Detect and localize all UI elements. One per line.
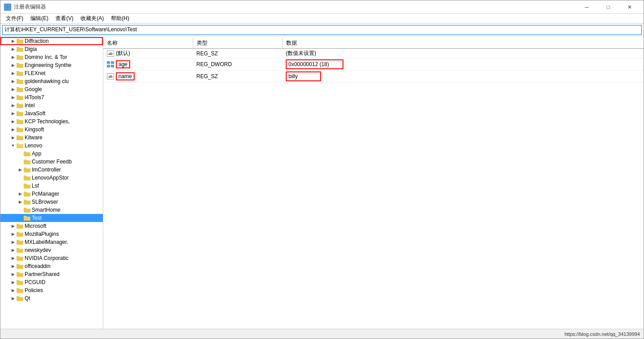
svg-rect-38 <box>24 176 30 180</box>
address-input[interactable] <box>2 25 642 35</box>
menu-favorites[interactable]: 收藏夹(A) <box>77 14 107 23</box>
tree-toggle-imcontroller[interactable]: ▶ <box>17 166 24 173</box>
tree-toggle-customerfeed[interactable] <box>17 158 24 165</box>
tree-item-pcguid[interactable]: ▶ PCGUID <box>0 278 103 286</box>
svg-rect-2 <box>5 8 7 10</box>
tree-label-officeaddin: officeaddin <box>24 263 51 269</box>
table-row-name[interactable]: ab name REG_SZ billy <box>103 71 644 83</box>
tree-toggle-google[interactable]: ▶ <box>9 86 17 93</box>
tree-toggle-pcguid[interactable]: ▶ <box>9 279 17 286</box>
tree-panel[interactable]: ▶ Diffraction ▶ Digia ▶ <box>0 36 103 329</box>
tree-toggle-mxlabelmanager[interactable]: ▶ <box>9 239 17 246</box>
svg-rect-13 <box>17 71 19 72</box>
registry-editor-window: 注册表编辑器 ─ □ ✕ 文件(F) 编辑(E) 查看(V) 收藏夹(A) 帮助… <box>0 0 644 339</box>
tree-item-flexnet[interactable]: ▶ FLEXnet <box>0 69 103 77</box>
svg-rect-11 <box>17 63 19 64</box>
tree-toggle-newskydev[interactable]: ▶ <box>9 247 17 254</box>
tree-toggle-officeaddin[interactable]: ▶ <box>9 263 17 270</box>
tree-toggle-lenovo[interactable]: ▼ <box>9 142 17 149</box>
folder-icon-microsoft <box>17 223 24 229</box>
col-header-name[interactable]: 名称 <box>103 38 193 49</box>
tree-item-kcp[interactable]: ▶ KCP Technologies, <box>0 117 103 126</box>
tree-item-microsoft[interactable]: ▶ Microsoft <box>0 222 103 230</box>
tree-toggle-flexnet[interactable]: ▶ <box>9 70 17 77</box>
tree-toggle-goldenhawking[interactable]: ▶ <box>9 78 17 85</box>
tree-toggle-policies[interactable]: ▶ <box>9 287 17 294</box>
folder-icon-partnershared <box>17 271 24 277</box>
tree-toggle-partnershared[interactable]: ▶ <box>9 271 17 278</box>
tree-item-goldenhawking[interactable]: ▶ goldenhawking clu <box>0 77 103 85</box>
col-header-type[interactable]: 类型 <box>193 38 282 49</box>
tree-item-mozillaplugins[interactable]: ▶ MozillaPlugins <box>0 230 103 238</box>
tree-item-javasoft[interactable]: ▶ JavaSoft <box>0 109 103 117</box>
tree-toggle-intel[interactable]: ▶ <box>9 102 17 109</box>
col-header-data[interactable]: 数据 <box>282 38 644 49</box>
menu-edit[interactable]: 编辑(E) <box>27 14 52 23</box>
tree-item-mxlabelmanager[interactable]: ▶ MXLabelManager. <box>0 238 103 246</box>
tree-toggle-pcmanager[interactable]: ▶ <box>17 190 24 197</box>
svg-rect-66 <box>17 289 23 293</box>
svg-rect-29 <box>17 135 19 137</box>
tree-item-intel[interactable]: ▶ Intel <box>0 101 103 109</box>
tree-toggle-slbrowser[interactable]: ▶ <box>17 198 24 205</box>
tree-toggle-smarthome[interactable] <box>17 206 24 213</box>
tree-item-newskydev[interactable]: ▶ newskydev <box>0 246 103 254</box>
tree-label-google: Google <box>24 86 42 92</box>
tree-toggle-test[interactable] <box>17 214 24 222</box>
tree-label-newskydev: newskydev <box>24 247 51 253</box>
minimize-button[interactable]: ─ <box>576 0 597 14</box>
cell-name-default: ab (默认) <box>103 49 193 59</box>
tree-toggle-diffraction[interactable]: ▶ <box>9 38 17 45</box>
tree-item-slbrowser[interactable]: ▶ SLBrowser <box>0 198 103 206</box>
tree-toggle-app[interactable] <box>17 150 24 157</box>
tree-item-domino[interactable]: ▶ Domino Inc. & Tor <box>0 53 103 61</box>
tree-toggle-engineering[interactable]: ▶ <box>9 62 17 69</box>
tree-item-test[interactable]: Test <box>0 214 103 222</box>
tree-toggle-lenovoappstore[interactable] <box>17 174 24 181</box>
tree-toggle-kitware[interactable]: ▶ <box>9 134 17 141</box>
tree-item-digia[interactable]: ▶ Digia <box>0 45 103 53</box>
tree-item-kingsoft[interactable]: ▶ Kingsoft <box>0 126 103 134</box>
tree-item-pcmanager[interactable]: ▶ PcManager <box>0 190 103 198</box>
tree-toggle-javasoft[interactable]: ▶ <box>9 110 17 117</box>
tree-item-smarthome[interactable]: SmartHome <box>0 206 103 214</box>
tree-item-officeaddin[interactable]: ▶ officeaddin <box>0 262 103 270</box>
menu-file[interactable]: 文件(F) <box>2 14 27 23</box>
tree-toggle-kingsoft[interactable]: ▶ <box>9 126 17 133</box>
tree-item-google[interactable]: ▶ Google <box>0 85 103 93</box>
tree-item-engineering[interactable]: ▶ Engineering Synthe <box>0 61 103 69</box>
tree-toggle-kcp[interactable]: ▶ <box>9 118 17 125</box>
tree-item-nvidia[interactable]: ▶ NVIDIA Corporatic <box>0 254 103 262</box>
tree-item-lsf[interactable]: Lsf <box>0 182 103 190</box>
tree-toggle-digia[interactable]: ▶ <box>9 46 17 53</box>
tree-toggle-mozillaplugins[interactable]: ▶ <box>9 230 17 238</box>
tree-label-engineering: Engineering Synthe <box>24 62 72 68</box>
tree-item-lenovo[interactable]: ▼ Lenovo <box>0 142 103 150</box>
tree-item-imcontroller[interactable]: ▶ ImController <box>0 166 103 174</box>
tree-toggle-i4tools[interactable]: ▶ <box>9 94 17 101</box>
tree-toggle-microsoft[interactable]: ▶ <box>9 222 17 230</box>
close-button[interactable]: ✕ <box>619 0 640 14</box>
title-bar-left: 注册表编辑器 <box>4 3 46 11</box>
tree-item-lenovoappstore[interactable]: LenovoAppStor <box>0 174 103 182</box>
tree-item-kitware[interactable]: ▶ Kitware <box>0 134 103 142</box>
tree-toggle-nvidia[interactable]: ▶ <box>9 255 17 262</box>
table-row-age[interactable]: age REG_DWORD 0x00000012 (18) <box>103 59 644 71</box>
tree-item-qt[interactable]: ▶ Qt <box>0 294 103 302</box>
svg-rect-24 <box>17 120 23 124</box>
svg-rect-53 <box>17 232 19 233</box>
tree-item-i4tools[interactable]: ▶ i4Tools7 <box>0 93 103 101</box>
registry-table-container[interactable]: 名称 类型 数据 ab (默认) <box>103 36 644 329</box>
menu-view[interactable]: 查看(V) <box>52 14 77 23</box>
tree-item-diffraction[interactable]: ▶ Diffraction <box>0 37 103 45</box>
tree-item-policies[interactable]: ▶ Policies <box>0 286 103 294</box>
tree-toggle-domino[interactable]: ▶ <box>9 54 17 61</box>
menu-help[interactable]: 帮助(H) <box>107 14 133 23</box>
tree-item-partnershared[interactable]: ▶ PartnerShared <box>0 270 103 278</box>
tree-toggle-qt[interactable]: ▶ <box>9 295 17 302</box>
tree-item-customerfeed[interactable]: Customer Feedb <box>0 158 103 166</box>
maximize-button[interactable]: □ <box>598 0 619 14</box>
table-row-default[interactable]: ab (默认) REG_SZ (数值未设置) <box>103 49 644 59</box>
tree-toggle-lsf[interactable] <box>17 182 24 189</box>
tree-item-app[interactable]: App <box>0 150 103 158</box>
